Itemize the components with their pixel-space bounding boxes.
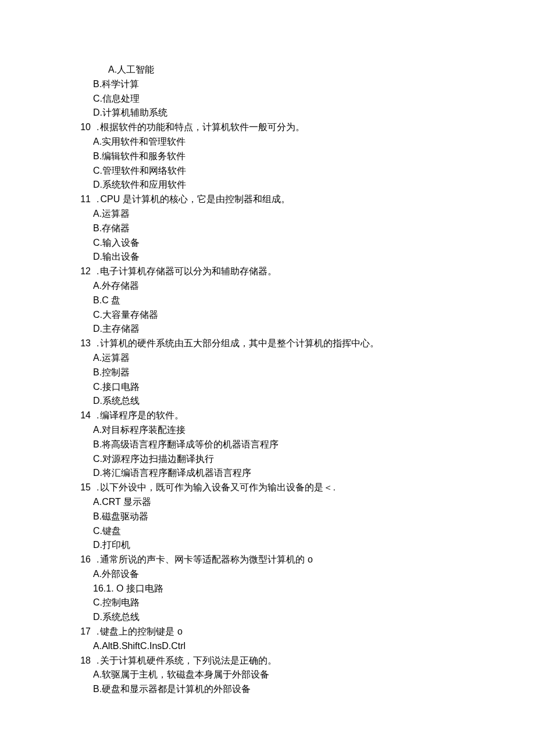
option-line: A.外部设备 bbox=[76, 567, 459, 582]
question-separator: . bbox=[91, 625, 100, 639]
option-text: 管理软件和网络软件 bbox=[102, 166, 186, 175]
option-line: C.接口电路 bbox=[76, 380, 459, 395]
option-text: 硬盘和显示器都是计算机的外部设备 bbox=[102, 684, 251, 694]
option-text: 存储器 bbox=[102, 223, 130, 233]
option-text: 系统软件和应用软件 bbox=[102, 180, 186, 189]
question-number: 11 bbox=[76, 192, 91, 207]
option-text: 将高级语言程序翻译成等价的机器语言程序 bbox=[102, 439, 279, 449]
question-separator: . bbox=[91, 654, 100, 668]
question-separator: . bbox=[91, 264, 100, 279]
option-label: B. bbox=[93, 439, 102, 449]
question-line: 15.以下外设中，既可作为输入设备又可作为输出设备的是＜. bbox=[76, 481, 459, 495]
option-line: D.系统软件和应用软件 bbox=[76, 178, 459, 192]
option-text: 大容量存储器 bbox=[102, 310, 158, 320]
question-text: CPU 是计算机的核心，它是由控制器和组成。 bbox=[100, 192, 459, 207]
intro-option: B.科学计算 bbox=[76, 77, 459, 92]
option-text: 磁盘驱动器 bbox=[102, 511, 148, 521]
intro-option: A.人工智能 bbox=[76, 63, 459, 77]
question-number: 12 bbox=[76, 264, 91, 279]
question-line: 16.通常所说的声卡、网卡等适配器称为微型计算机的 o bbox=[76, 553, 459, 567]
option-text: 输出设备 bbox=[102, 252, 140, 261]
option-label: C. bbox=[93, 310, 102, 320]
option-text: 打印机 bbox=[102, 540, 130, 550]
option-line: B.硬盘和显示器都是计算机的外部设备 bbox=[76, 682, 459, 697]
option-text: 输入设备 bbox=[102, 238, 140, 248]
question-text: 以下外设中，既可作为输入设备又可作为输出设备的是＜. bbox=[100, 481, 459, 495]
option-label: A. bbox=[93, 209, 102, 218]
question-separator: . bbox=[91, 553, 100, 567]
option-text: 编辑软件和服务软件 bbox=[102, 151, 186, 161]
option-line: B.C 盘 bbox=[76, 293, 459, 308]
option-text: 控制器 bbox=[102, 367, 130, 377]
option-line: C.键盘 bbox=[76, 524, 459, 539]
option-label: C. bbox=[93, 166, 102, 175]
question-line: 12.电子计算机存储器可以分为和辅助存储器。 bbox=[76, 264, 459, 279]
document-content: A.人工智能B.科学计算C.信息处理D.计算机辅助系统10.根据软件的功能和特点… bbox=[76, 63, 459, 697]
question-number: 17 bbox=[76, 625, 91, 639]
option-label: A. bbox=[93, 281, 102, 291]
question-number: 14 bbox=[76, 409, 91, 423]
option-text: 将汇编语言程序翻译成机器语言程序 bbox=[102, 468, 251, 478]
option-text: 信息处理 bbox=[102, 94, 140, 103]
option-line: A.运算器 bbox=[76, 207, 459, 221]
option-line: C.管理软件和网络软件 bbox=[76, 164, 459, 178]
option-line: C.对源程序边扫描边翻译执行 bbox=[76, 452, 459, 467]
option-label: D. bbox=[93, 468, 102, 478]
question-text: 编译程序是的软件。 bbox=[100, 409, 459, 423]
option-text: 运算器 bbox=[102, 209, 130, 218]
option-label: C. bbox=[93, 238, 102, 248]
option-label: D. bbox=[93, 540, 102, 550]
option-line: D.系统总线 bbox=[76, 610, 459, 625]
option-line: A.CRT 显示器 bbox=[76, 495, 459, 510]
option-label: C. bbox=[93, 526, 102, 536]
option-text: 键盘 bbox=[102, 526, 121, 536]
option-label: A. bbox=[93, 425, 102, 435]
option-label: C. bbox=[93, 597, 102, 607]
option-label: A. bbox=[93, 137, 102, 146]
option-label: C. bbox=[93, 382, 102, 392]
option-line: B.存储器 bbox=[76, 221, 459, 236]
option-text: 外部设备 bbox=[102, 569, 139, 579]
question-line: 18.关于计算机硬件系统，下列说法是正确的。 bbox=[76, 654, 459, 668]
question-line: 13. 计算机的硬件系统由五大部分组成，其中是整个计算机的指挥中心。 bbox=[76, 336, 459, 351]
option-text: 运算器 bbox=[102, 353, 130, 363]
option-line: B.将高级语言程序翻译成等价的机器语言程序 bbox=[76, 438, 459, 452]
option-text: CRT 显示器 bbox=[102, 497, 151, 507]
option-label: B. bbox=[93, 511, 102, 521]
option-line: C.输入设备 bbox=[76, 236, 459, 250]
option-text: 软驱属于主机，软磁盘本身属于外部设备 bbox=[102, 669, 269, 679]
option-line: A.对目标程序装配连接 bbox=[76, 423, 459, 438]
option-text: 系统总线 bbox=[102, 612, 140, 622]
option-text: 对目标程序装配连接 bbox=[102, 425, 186, 435]
question-separator: . bbox=[91, 192, 100, 207]
question-line: 10.根据软件的功能和特点，计算机软件一般可分为。 bbox=[76, 120, 459, 135]
option-text: 科学计算 bbox=[102, 79, 139, 89]
question-line: 14.编译程序是的软件。 bbox=[76, 409, 459, 423]
option-text: 计算机辅助系统 bbox=[102, 108, 167, 117]
question-separator: . bbox=[91, 481, 100, 495]
option-line: B.编辑软件和服务软件 bbox=[76, 149, 459, 164]
option-line: B.磁盘驱动器 bbox=[76, 510, 459, 524]
option-label: B. bbox=[93, 684, 102, 694]
option-text: 控制电路 bbox=[102, 597, 140, 607]
option-label: D. bbox=[93, 108, 102, 117]
option-label: B. bbox=[93, 223, 102, 233]
question-separator: . bbox=[91, 409, 100, 423]
option-line: A.AltB.ShiftC.InsD.Ctrl bbox=[76, 639, 459, 654]
question-number: 16 bbox=[76, 553, 91, 567]
option-label: A. bbox=[93, 569, 102, 579]
option-line: D.打印机 bbox=[76, 538, 459, 553]
option-text: O 接口电路 bbox=[114, 583, 163, 593]
option-text: 系统总线 bbox=[102, 396, 140, 406]
option-text: 接口电路 bbox=[102, 382, 140, 392]
option-label: D. bbox=[93, 396, 102, 406]
option-line: C.控制电路 bbox=[76, 596, 459, 610]
option-line: A.软驱属于主机，软磁盘本身属于外部设备 bbox=[76, 668, 459, 682]
option-label: D. bbox=[93, 612, 102, 622]
option-label: A. bbox=[93, 353, 102, 363]
option-text: 主存储器 bbox=[102, 324, 140, 334]
option-label: 16.1. bbox=[93, 583, 114, 593]
option-label: D. bbox=[93, 180, 102, 189]
question-line: 17.键盘上的控制键是 o bbox=[76, 625, 459, 639]
option-label: B. bbox=[93, 79, 102, 89]
